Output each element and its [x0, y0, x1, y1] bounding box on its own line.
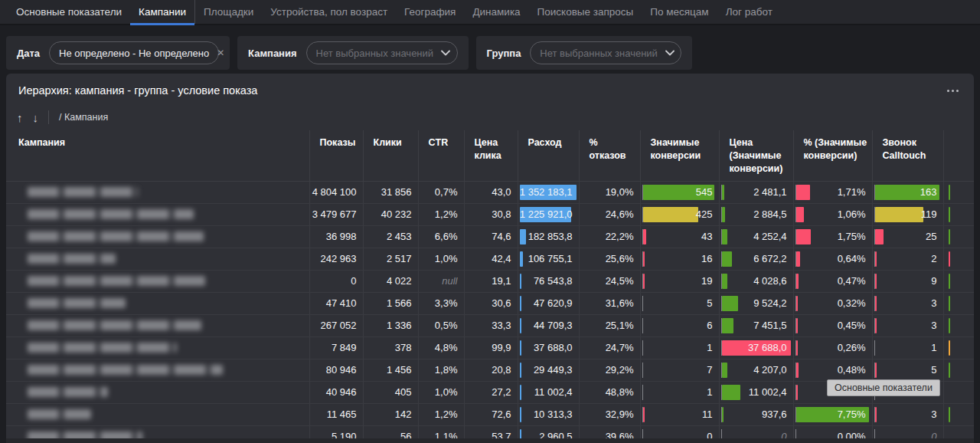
col-header-conv[interactable]: Значимые конверсии	[640, 130, 719, 181]
table-row-7[interactable]: 7 8493784,8%99,937 688,024,7%137 688,00,…	[6, 336, 974, 359]
col-header-cpc[interactable]: Цена клика	[464, 130, 518, 181]
data-bar	[643, 251, 645, 267]
cell-shows: 80 946	[326, 364, 357, 376]
table-row-11[interactable]: 5 190561,1%53,72 960,539,6%000,00%0	[6, 425, 974, 438]
cell-shows: 0	[351, 275, 356, 287]
cell-call: 5	[931, 364, 936, 376]
tab-5[interactable]: Динамика	[464, 0, 528, 24]
col-header-name[interactable]: Кампания	[6, 130, 309, 181]
campaign-select-placeholder: Нет выбранных значений	[316, 48, 434, 59]
col-header-convr[interactable]: % (Значимые конверсии)	[793, 130, 872, 181]
col-header-cost[interactable]: Расход	[518, 130, 579, 181]
col-header-clicks[interactable]: Клики	[363, 130, 418, 181]
drill-down-icon[interactable]: ↓	[33, 112, 39, 123]
data-bar	[722, 185, 724, 200]
tab-3[interactable]: Устройства, пол возраст	[262, 0, 396, 24]
cell-cost: 11 002,4	[534, 386, 573, 398]
table-row-2[interactable]: 36 9982 4536,6%74,6182 853,822,2%434 252…	[6, 225, 974, 248]
cell-shows: 4 804 100	[312, 186, 357, 198]
tab-7[interactable]: По месяцам	[642, 0, 717, 24]
cell-clicks: 2 517	[387, 253, 412, 264]
data-bar	[722, 229, 728, 244]
col-header-cpa[interactable]: Цена (Значимые конверсии)	[719, 130, 793, 181]
col-header-shows[interactable]: Показы	[309, 130, 363, 181]
cell-convr: 0,26%	[838, 342, 866, 353]
tab-4[interactable]: География	[396, 0, 464, 24]
clear-icon[interactable]: ✕	[217, 48, 224, 58]
cell-shows: 47 410	[326, 297, 357, 309]
cell-clicks: 40 232	[381, 208, 412, 220]
cell-cpa: 9 524,2	[753, 297, 786, 309]
campaign-filter-label: Кампания	[248, 48, 296, 59]
data-bar	[796, 385, 798, 400]
cell-cpa: 2 481,1	[753, 186, 786, 198]
cell-cost: 2 960,5	[539, 431, 572, 438]
cell-ctr: 1,2%	[435, 409, 458, 420]
table-row-3[interactable]: 242 9632 5171,0%42,4106 755,125,6%166 67…	[6, 248, 974, 270]
cell-cpa: 0	[781, 431, 786, 438]
data-bar	[520, 296, 521, 311]
drill-up-icon[interactable]: ↑	[17, 112, 23, 123]
cell-ctr: null	[442, 275, 457, 287]
table-row-4[interactable]: 04 022null19,176 543,824,5%194 028,60,47…	[6, 270, 974, 292]
tab-0[interactable]: Основные показатели	[8, 0, 130, 24]
data-bar	[875, 407, 877, 422]
chevron-down-icon	[441, 50, 450, 56]
data-bar	[520, 407, 521, 422]
card-header: Иерархия: кампания - группа - условие по…	[6, 74, 974, 104]
cell-bounce: 25,1%	[606, 320, 634, 331]
group-select[interactable]: Нет выбранных значений	[530, 41, 681, 64]
date-filter-value[interactable]: Не определено - Не определено ✕	[49, 41, 219, 64]
tab-8[interactable]: Лог работ	[717, 0, 781, 24]
cell-convr: 0,47%	[838, 275, 866, 287]
cell-clicks: 142	[395, 409, 412, 420]
cell-bounce: 39,6%	[606, 431, 634, 438]
col-header-extra[interactable]	[943, 130, 974, 181]
col-header-call[interactable]: Звонок Calltouch	[872, 130, 943, 181]
table-row-8[interactable]: 80 9461 4561,8%20,829 449,329,2%74 207,0…	[6, 359, 974, 381]
cell-ctr: 1,0%	[435, 253, 458, 264]
tab-1[interactable]: Кампании	[130, 0, 195, 24]
tab-2[interactable]: Площадки	[195, 0, 262, 24]
data-bar	[520, 229, 526, 244]
campaign-select[interactable]: Нет выбранных значений	[306, 41, 458, 64]
cell-cpc: 53,7	[492, 431, 511, 438]
cell-call: 119	[921, 208, 937, 220]
table-row-10[interactable]: 11 4651421,2%72,610 313,332,9%11937,67,7…	[6, 403, 974, 425]
card-title: Иерархия: кампания - группа - условие по…	[18, 84, 257, 97]
cell-bounce: 24,6%	[606, 208, 634, 220]
cell-shows: 36 998	[326, 231, 357, 242]
table-row-5[interactable]: 47 4101 5663,3%30,647 620,931,6%59 524,2…	[6, 292, 974, 314]
cell-conv: 7	[707, 364, 712, 376]
cell-cost: 47 620,9	[534, 297, 573, 309]
tab-6[interactable]: Поисковые запросы	[529, 0, 642, 24]
data-bar	[520, 318, 521, 333]
cell-cpa: 6 672,2	[753, 253, 786, 264]
cell-conv: 5	[707, 297, 712, 309]
group-filter-group: Группа Нет выбранных значений	[476, 36, 693, 70]
table-row-0[interactable]: 4 804 10031 8560,7%43,01 352 183,119,0%5…	[6, 181, 974, 203]
data-bar	[520, 251, 523, 267]
cell-cpa: 4 252,4	[753, 231, 786, 242]
col-header-ctr[interactable]: CTR	[418, 130, 464, 181]
cell-convr: 0,48%	[838, 364, 866, 376]
cell-cost: 106 755,1	[528, 253, 573, 264]
cell-call: 3	[931, 320, 936, 331]
cell-call: 1	[931, 342, 936, 353]
campaign-name-redacted	[28, 432, 142, 438]
cell-cpc: 20,8	[492, 364, 511, 376]
data-bar	[796, 229, 811, 244]
cell-conv: 11	[702, 409, 713, 420]
cell-conv: 6	[707, 320, 712, 331]
data-bar	[520, 363, 521, 378]
data-bar	[875, 274, 877, 289]
table-row-1[interactable]: 3 479 67740 2321,2%30,81 225 921,024,6%4…	[6, 203, 974, 225]
table-row-6[interactable]: 267 0521 3360,5%33,344 709,325,1%67 451,…	[6, 314, 974, 336]
cell-cpc: 99,9	[492, 342, 511, 353]
cell-conv: 19	[701, 275, 712, 287]
data-bar	[875, 207, 923, 222]
data-bar	[949, 229, 950, 244]
col-header-bounce[interactable]: % отказов	[579, 130, 640, 181]
cell-clicks: 378	[395, 342, 412, 353]
more-menu-icon[interactable]	[944, 87, 962, 95]
